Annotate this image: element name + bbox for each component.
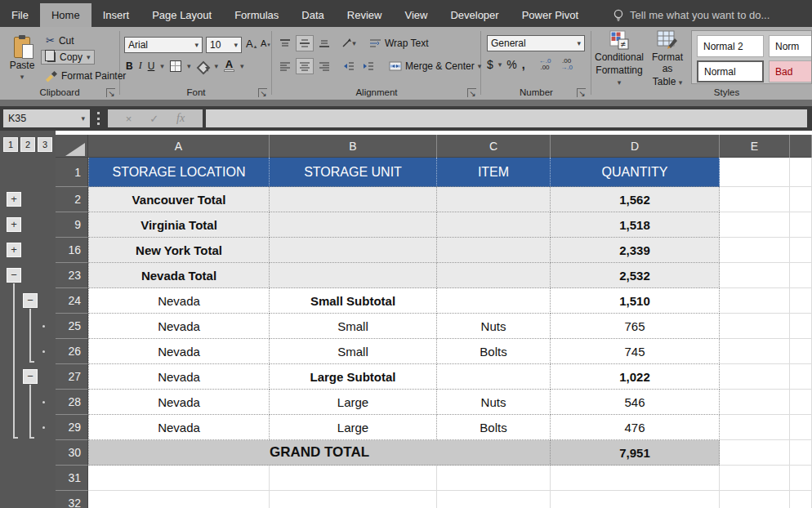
outline-level-button-2[interactable]: 2 (20, 137, 35, 152)
align-left-button[interactable] (276, 58, 294, 74)
cell-d16[interactable]: 2,339 (551, 238, 720, 263)
underline-button[interactable]: U (148, 60, 155, 72)
cell-a31[interactable] (88, 466, 270, 491)
borders-dropdown[interactable]: ▾ (187, 62, 191, 70)
fill-color-icon[interactable] (196, 60, 208, 72)
outline-level-button-1[interactable]: 1 (3, 137, 18, 152)
cell-c29[interactable]: Bolts (437, 415, 551, 440)
cell-b32[interactable] (270, 491, 437, 508)
bold-button[interactable]: B (126, 60, 133, 72)
insert-function-icon[interactable]: fx (176, 112, 185, 125)
format-as-table-button[interactable]: Format as Table ▾ (646, 30, 689, 88)
select-all-corner[interactable] (56, 135, 88, 158)
column-header-e[interactable]: E (720, 135, 790, 158)
cell-d30[interactable]: 7,951 (551, 440, 720, 466)
increase-decimal-button[interactable]: ←.0.00 (537, 58, 554, 71)
cell-b28[interactable]: Large (270, 390, 437, 415)
cell-f25[interactable] (790, 314, 812, 339)
cell-b2[interactable] (270, 187, 437, 212)
cell-e31[interactable] (720, 466, 790, 491)
enter-icon[interactable]: ✓ (149, 113, 158, 125)
row-header-24[interactable]: 24 (56, 288, 88, 314)
copy-dropdown-caret[interactable]: ▾ (87, 53, 91, 61)
paste-button[interactable]: Paste ▾ (5, 32, 39, 86)
column-header-a[interactable]: A (88, 135, 270, 158)
cell-c9[interactable] (437, 212, 551, 238)
merge-center-button[interactable]: Merge & Center ▾ (389, 60, 481, 72)
increase-indent-button[interactable] (359, 58, 377, 74)
row-header-16[interactable]: 16 (56, 238, 88, 263)
cell-d2[interactable]: 1,562 (551, 187, 720, 212)
increase-font-button[interactable]: A▴ (243, 37, 259, 51)
clipboard-dialog-launcher[interactable]: ↘ (106, 88, 115, 97)
align-right-button[interactable] (315, 58, 333, 74)
cell-b25[interactable]: Small (270, 314, 437, 339)
paste-dropdown-caret[interactable]: ▾ (20, 73, 25, 81)
cell-a28[interactable]: Nevada (88, 390, 270, 415)
decrease-indent-button[interactable] (340, 58, 358, 74)
cell-b26[interactable]: Small (270, 339, 437, 364)
borders-icon[interactable] (170, 60, 181, 72)
style-chip-normal[interactable]: Normal (697, 60, 764, 82)
tab-page-layout[interactable]: Page Layout (141, 3, 223, 27)
style-chip-normal-2[interactable]: Normal 2 (697, 35, 764, 57)
row-header-31[interactable]: 31 (56, 466, 88, 491)
cell-f30[interactable] (790, 440, 812, 466)
align-bottom-button[interactable] (315, 35, 333, 51)
fill-color-dropdown[interactable]: ▾ (214, 62, 218, 70)
number-format-combo[interactable]: General ▾ (487, 35, 585, 51)
cell-f28[interactable] (790, 390, 812, 415)
cell-c32[interactable] (437, 491, 551, 508)
cell-d32[interactable] (551, 491, 720, 508)
wrap-text-button[interactable]: Wrap Text (369, 38, 429, 49)
cell-a2[interactable]: Vancouver Total (88, 187, 270, 212)
cell-d31[interactable] (551, 466, 720, 491)
name-box-dropdown[interactable]: ▾ (81, 114, 85, 123)
font-name-combo[interactable]: Arial ▾ (124, 37, 203, 53)
cell-f1[interactable] (790, 158, 812, 187)
cell-c2[interactable] (437, 187, 551, 212)
cell-e23[interactable] (720, 263, 790, 288)
font-dialog-launcher[interactable]: ↘ (258, 88, 267, 97)
cell-d29[interactable]: 476 (551, 415, 720, 440)
cell-e30[interactable] (720, 440, 790, 466)
comma-style-button[interactable]: , (522, 58, 525, 71)
cell-b29[interactable]: Large (270, 415, 437, 440)
italic-button[interactable]: I (139, 60, 142, 72)
cell-a24[interactable]: Nevada (88, 288, 270, 314)
font-color-button[interactable]: A (224, 60, 234, 72)
cell-e25[interactable] (720, 314, 790, 339)
cell-b24[interactable]: Small Subtotal (270, 288, 437, 314)
cell-e27[interactable] (720, 364, 790, 390)
cell-a30-merged[interactable]: GRAND TOTAL (88, 440, 551, 466)
formula-input[interactable] (206, 109, 807, 127)
cell-e9[interactable] (720, 212, 790, 238)
cell-c26[interactable]: Bolts (437, 339, 551, 364)
cell-f24[interactable] (790, 288, 812, 314)
cut-button[interactable]: ✂ Cut (42, 33, 78, 47)
cell-f32[interactable] (790, 491, 812, 508)
cell-c23[interactable] (437, 263, 551, 288)
column-header-d[interactable]: D (551, 135, 720, 158)
cell-b16[interactable] (270, 238, 437, 263)
row-header-32[interactable]: 32 (56, 491, 88, 508)
outline-collapse-button-row-27[interactable]: − (23, 369, 38, 384)
tab-review[interactable]: Review (336, 3, 394, 27)
cell-c25[interactable]: Nuts (437, 314, 551, 339)
cell-a26[interactable]: Nevada (88, 339, 270, 364)
cell-a9[interactable]: Virginia Total (88, 212, 270, 238)
tab-view[interactable]: View (393, 3, 439, 27)
cell-e28[interactable] (720, 390, 790, 415)
cell-f29[interactable] (790, 415, 812, 440)
row-header-26[interactable]: 26 (56, 339, 88, 364)
cell-d1[interactable]: QUANTITY (551, 158, 720, 187)
align-middle-button[interactable] (296, 35, 314, 51)
cell-b27[interactable]: Large Subtotal (270, 364, 437, 390)
cell-d28[interactable]: 546 (551, 390, 720, 415)
cell-c1[interactable]: ITEM (437, 158, 551, 187)
cancel-icon[interactable]: × (126, 113, 132, 125)
row-header-2[interactable]: 2 (56, 187, 88, 212)
row-header-9[interactable]: 9 (56, 212, 88, 238)
cell-a25[interactable]: Nevada (88, 314, 270, 339)
column-header-b[interactable]: B (270, 135, 437, 158)
